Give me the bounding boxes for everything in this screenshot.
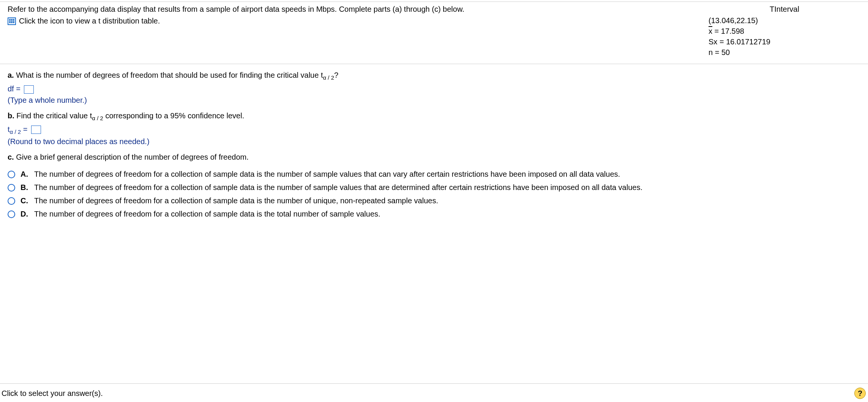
option-b[interactable]: B. The number of degrees of freedom for … bbox=[8, 183, 860, 192]
option-letter: C. bbox=[21, 196, 29, 205]
part-b-hint: (Round to two decimal places as needed.) bbox=[8, 137, 860, 146]
part-a-hint: (Type a whole number.) bbox=[8, 96, 860, 105]
part-a-text-pre: What is the number of degrees of freedom… bbox=[14, 71, 323, 79]
radio-icon[interactable] bbox=[8, 210, 15, 218]
option-text: The number of degrees of freedom for a c… bbox=[34, 170, 860, 179]
tinterval-display: TInterval (13.046,22.15) x = 17.598 Sx =… bbox=[701, 5, 860, 58]
df-label: df = bbox=[8, 85, 21, 93]
footer-prompt: Click to select your answer(s). bbox=[2, 389, 103, 398]
talpha-label: tα / 2 = bbox=[8, 125, 27, 133]
radio-icon[interactable] bbox=[8, 184, 15, 192]
part-b-sub: α / 2 bbox=[92, 115, 103, 121]
radio-icon[interactable] bbox=[8, 171, 15, 178]
option-letter: B. bbox=[21, 183, 29, 192]
part-c-text: Give a brief general description of the … bbox=[14, 153, 249, 161]
radio-icon[interactable] bbox=[8, 197, 15, 205]
tinterval-xbar: x = 17.598 bbox=[709, 26, 860, 36]
part-a-sub: α / 2 bbox=[323, 74, 334, 81]
option-d[interactable]: D. The number of degrees of freedom for … bbox=[8, 210, 860, 218]
help-icon[interactable]: ? bbox=[854, 388, 866, 399]
part-c: c. Give a brief general description of t… bbox=[8, 153, 860, 162]
part-b-text-pre: Find the critical value t bbox=[14, 111, 92, 120]
talpha-input[interactable] bbox=[31, 126, 41, 134]
option-letter: A. bbox=[21, 170, 29, 179]
view-table-link[interactable]: Click the icon to view a t distribution … bbox=[19, 17, 160, 25]
option-text: The number of degrees of freedom for a c… bbox=[34, 210, 860, 218]
option-letter: D. bbox=[21, 210, 29, 218]
options-list: A. The number of degrees of freedom for … bbox=[8, 170, 860, 218]
part-b-label: b. bbox=[8, 111, 14, 120]
tinterval-ci: (13.046,22.15) bbox=[709, 15, 860, 26]
table-icon[interactable] bbox=[8, 17, 16, 25]
df-input[interactable] bbox=[24, 85, 34, 94]
footer-bar: Click to select your answer(s). ? bbox=[0, 383, 868, 402]
part-a-text-post: ? bbox=[334, 71, 338, 79]
question-intro: Refer to the accompanying data display t… bbox=[8, 5, 701, 14]
question-header: Refer to the accompanying data display t… bbox=[0, 2, 868, 58]
tinterval-title: TInterval bbox=[709, 5, 860, 14]
part-b: b. Find the critical value tα / 2 corres… bbox=[8, 111, 860, 121]
option-text: The number of degrees of freedom for a c… bbox=[34, 196, 860, 205]
option-a[interactable]: A. The number of degrees of freedom for … bbox=[8, 170, 860, 179]
tinterval-sx: Sx = 16.01712719 bbox=[709, 36, 860, 47]
tinterval-n: n = 50 bbox=[709, 47, 860, 58]
part-a-label: a. bbox=[8, 71, 14, 79]
part-b-text-post: corresponding to a 95% confidence level. bbox=[103, 111, 244, 120]
part-a: a. What is the number of degrees of free… bbox=[8, 71, 860, 81]
option-c[interactable]: C. The number of degrees of freedom for … bbox=[8, 196, 860, 205]
option-text: The number of degrees of freedom for a c… bbox=[34, 183, 860, 192]
part-c-label: c. bbox=[8, 153, 14, 161]
